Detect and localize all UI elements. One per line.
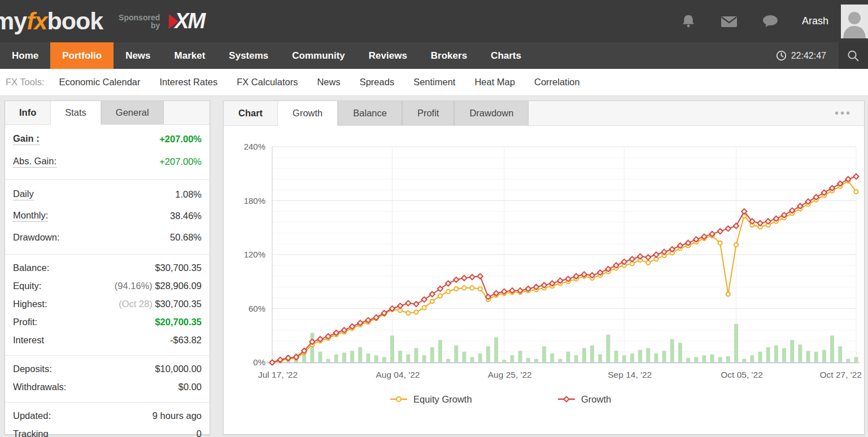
stat-label-balance: Balance: <box>13 263 49 273</box>
server-time: 22:42:47 <box>776 50 826 61</box>
stats-group: Deposits:$10,000.00Withdrawals:$0.00 <box>5 357 210 399</box>
stat-value-equity: (94.16%) $28,906.09 <box>115 281 202 291</box>
search-icon <box>847 49 860 63</box>
chart-tab-growth[interactable]: Growth <box>277 101 338 126</box>
avatar[interactable] <box>841 5 868 38</box>
stat-label-tracking: Tracking <box>13 429 49 437</box>
stat-label-profit: Profit: <box>13 317 37 327</box>
sponsored-by-label: Sponsored by <box>119 14 160 29</box>
nav-item-charts[interactable]: Charts <box>479 42 533 69</box>
x-axis-labels: Jul 17, '22Aug 04, '22Aug 25, '22Sep 14,… <box>258 370 862 379</box>
nav-item-community[interactable]: Community <box>280 42 357 69</box>
stat-row-tracking: Tracking0 <box>13 425 202 437</box>
stat-row-profit: Profit:$20,700.35 <box>13 313 202 331</box>
clock-icon <box>776 50 787 61</box>
stat-value-interest: -$63.82 <box>170 335 202 346</box>
stat-value-prefix-equity: (94.16%) <box>115 281 155 291</box>
chart-tab-balance[interactable]: Balance <box>338 101 402 125</box>
svg-text:Equity Growth: Equity Growth <box>413 394 472 404</box>
chart-tabrow: ChartGrowthBalanceProfitDrawdown ••• <box>224 101 864 126</box>
bell-icon[interactable] <box>680 12 697 30</box>
stat-row-abs-gain: Abs. Gain:+207.00% <box>13 150 202 173</box>
stat-label-interest: Interest <box>13 335 44 346</box>
stats-body: Gain :+207.00%Abs. Gain:+207.00%Daily1.0… <box>5 125 210 437</box>
nav-item-reviews[interactable]: Reviews <box>357 42 419 69</box>
stat-value-daily: 1.08% <box>175 189 202 200</box>
username[interactable]: Arash <box>802 15 828 27</box>
y-axis-label: 60% <box>248 304 265 313</box>
stats-group: Gain :+207.00%Abs. Gain:+207.00% <box>5 125 210 176</box>
nav-item-brokers[interactable]: Brokers <box>419 42 479 69</box>
stat-value-abs-gain: +207.00% <box>159 156 202 167</box>
search-button[interactable] <box>839 42 868 69</box>
volume-bars <box>271 324 858 362</box>
nav-item-systems[interactable]: Systems <box>217 42 280 69</box>
fx-tool-fx-calculators[interactable]: FX Calculators <box>237 77 298 88</box>
logo-book: book <box>47 7 103 34</box>
stat-value-gain: +207.00% <box>159 134 202 145</box>
fx-tool-spreads[interactable]: Spreads <box>360 77 394 88</box>
chat-icon[interactable] <box>761 12 779 30</box>
legend-equity-growth[interactable]: Equity Growth <box>390 394 472 404</box>
stat-row-updated: Updated:9 hours ago <box>13 407 202 425</box>
nav-item-news[interactable]: News <box>114 42 162 69</box>
stat-label-deposits: Deposits: <box>13 364 52 374</box>
stat-value-balance: $30,700.35 <box>155 263 202 273</box>
stat-value-tracking: 0 <box>197 429 202 437</box>
nav-item-market[interactable]: Market <box>163 42 217 69</box>
logo-my: my <box>0 7 27 34</box>
main-nav: HomePortfolioNewsMarketSystemsCommunityR… <box>0 42 868 69</box>
top-header: myfxbook Sponsored by XM Arash <box>0 0 868 42</box>
account-stats-card: InfoStatsGeneral Gain :+207.00%Abs. Gain… <box>5 100 210 435</box>
y-axis-labels: 0%60%120%180%240% <box>244 142 265 367</box>
divider <box>5 254 210 255</box>
stat-label-gain: Gain : <box>13 133 40 145</box>
stat-value-monthly: 38.46% <box>170 211 202 221</box>
svg-text:Growth: Growth <box>581 394 611 404</box>
series-equity-growth <box>270 179 858 365</box>
more-menu-icon[interactable]: ••• <box>835 107 852 120</box>
fx-tools-bar: FX Tools: Economic CalendarInterest Rate… <box>0 69 868 96</box>
chart-tab-profit[interactable]: Profit <box>402 101 455 125</box>
x-axis-label: Oct 05, '22 <box>721 370 762 379</box>
fx-tool-correlation[interactable]: Correlation <box>534 77 580 88</box>
tab-general[interactable]: General <box>101 101 164 124</box>
chart-tab-drawdown[interactable]: Drawdown <box>454 101 529 125</box>
stat-row-gain: Gain :+207.00% <box>13 128 202 150</box>
xm-logo[interactable]: XM <box>169 9 204 33</box>
stat-label-monthly: Monthly: <box>13 210 48 222</box>
fx-tool-news[interactable]: News <box>317 77 340 88</box>
stat-label-updated: Updated: <box>13 410 51 421</box>
stat-row-drawdown: Drawdown:50.68% <box>13 226 202 248</box>
stat-row-equity: Equity:(94.16%) $28,906.09 <box>13 277 202 295</box>
myfxbook-logo[interactable]: myfxbook <box>0 7 103 35</box>
divider <box>5 355 210 356</box>
stat-row-daily: Daily1.08% <box>13 183 202 205</box>
tab-info[interactable]: Info <box>5 101 50 124</box>
fx-tool-heat-map[interactable]: Heat Map <box>474 77 515 88</box>
stat-label-drawdown: Drawdown: <box>13 232 60 243</box>
stat-label-withdrawals: Withdrawals: <box>13 382 66 392</box>
fx-tool-sentiment[interactable]: Sentiment <box>413 77 455 88</box>
x-axis-label: Aug 04, '22 <box>376 370 420 379</box>
divider <box>5 402 210 403</box>
stat-label-equity: Equity: <box>13 281 41 291</box>
stat-value-highest: (Oct 28) $30,700.35 <box>119 299 202 309</box>
growth-chart[interactable]: 0%60%120%180%240%Jul 17, '22Aug 04, '22A… <box>224 126 864 437</box>
tab-stats[interactable]: Stats <box>50 101 101 125</box>
fx-tool-economic-calendar[interactable]: Economic Calendar <box>59 77 140 88</box>
nav-item-home[interactable]: Home <box>0 42 50 69</box>
chart-tab-chart[interactable]: Chart <box>224 101 277 125</box>
mail-icon[interactable] <box>719 12 739 30</box>
stat-row-withdrawals: Withdrawals:$0.00 <box>13 378 202 396</box>
nav-item-portfolio[interactable]: Portfolio <box>50 42 114 69</box>
fx-tool-interest-rates[interactable]: Interest Rates <box>159 77 217 88</box>
stat-row-interest: Interest-$63.82 <box>13 331 202 349</box>
growth-chart-svg: 0%60%120%180%240%Jul 17, '22Aug 04, '22A… <box>224 126 864 435</box>
legend-growth[interactable]: Growth <box>558 394 611 404</box>
stat-label-highest: Highest: <box>13 299 47 309</box>
stat-label-abs-gain: Abs. Gain: <box>13 156 56 168</box>
stat-row-monthly: Monthly:38.46% <box>13 205 202 226</box>
stat-value-withdrawals: $0.00 <box>178 382 202 392</box>
stats-group: Updated:9 hours agoTracking0 <box>5 404 210 437</box>
